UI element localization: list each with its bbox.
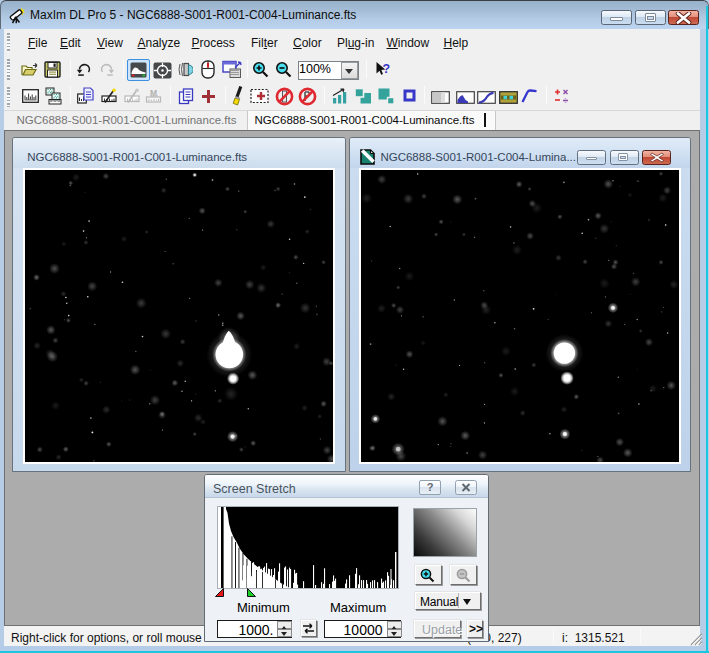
svg-text:?: ? [383, 62, 391, 76]
